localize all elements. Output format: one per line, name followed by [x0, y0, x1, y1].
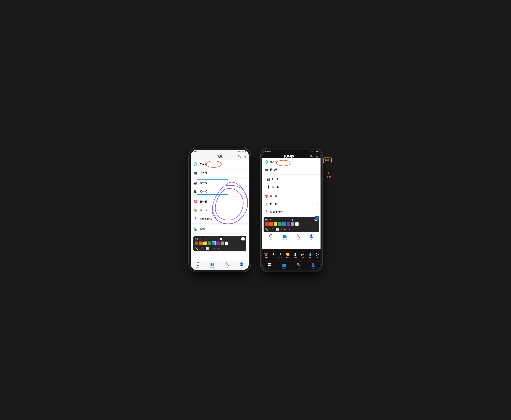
- menu-item-pengyouquan[interactable]: 🌐 朋友圈 ›: [191, 160, 249, 168]
- tool-watermark[interactable]: 💧 水印: [308, 252, 312, 259]
- overlay-nav-discover[interactable]: 🔍 发现: [296, 234, 300, 240]
- overlay-sousuo[interactable]: ✳️ 搜一搜 ›: [262, 200, 321, 208]
- tool-filter[interactable]: ◑ 滤镜: [294, 252, 297, 259]
- color-blue-right[interactable]: [282, 222, 286, 226]
- color-red-right[interactable]: [265, 222, 269, 226]
- overlay-kankan-icon: 🎯: [265, 195, 268, 198]
- me-icon-left: 👤: [239, 262, 244, 266]
- menu-item-shipinhao[interactable]: 📺 视频号 ›: [191, 168, 249, 177]
- overlay-shipinhao-icon: 📺: [265, 168, 268, 172]
- watermark-label: 水印: [309, 257, 312, 259]
- color-yellow-right[interactable]: [274, 222, 277, 226]
- color-orange[interactable]: [199, 241, 203, 245]
- status-bar-right: 0.05K/s 54% 21:18: [262, 150, 321, 153]
- overlay-wechat-icon: 💬: [269, 234, 273, 238]
- add-icon-left[interactable]: ⊕: [244, 155, 246, 158]
- color-gray[interactable]: [221, 241, 224, 245]
- add-icon-right[interactable]: ⊕: [316, 155, 318, 158]
- tool-row-right: ✏️ 🖊️ ⬜ ↩ ✕: [265, 227, 318, 231]
- overlay-nav-wechat[interactable]: 💬 微信: [269, 234, 273, 240]
- color-yellow[interactable]: [203, 241, 207, 245]
- bottom-nav-left: 💬 微信 👥 通讯录 🔍 发现 👤 我: [191, 261, 249, 270]
- overlay-sousuo-label: 搜一搜: [270, 202, 317, 206]
- search-icon-left[interactable]: 🔍: [238, 155, 241, 158]
- color-red1[interactable]: [195, 241, 198, 245]
- overlay-shake[interactable]: 📳 摇一摇: [264, 183, 319, 191]
- tool-audio[interactable]: ♪ 声音: [279, 252, 282, 259]
- status-bar-left: 0K/s 54% 21:19: [191, 150, 249, 153]
- export-button[interactable]: 导出: [323, 158, 332, 163]
- overlay-nav-contacts[interactable]: 👥 通讯录: [282, 234, 287, 240]
- menu-section-2: 📷 扫一扫 › 📳 摇一摇 ›: [191, 179, 249, 196]
- shape-tool-btn[interactable]: ⬜: [206, 247, 209, 250]
- overlay-shipinhao[interactable]: 📺 视频号 ›: [262, 166, 321, 174]
- overlay-shake-icon: 📳: [267, 185, 270, 189]
- color-blue[interactable]: [212, 241, 216, 245]
- nav-discover-right[interactable]: 🔍 发现: [291, 263, 306, 270]
- overlay-nav-me[interactable]: 👤 我: [309, 234, 313, 240]
- overlay-scan[interactable]: 📷 扫一扫: [264, 175, 319, 183]
- color-purple[interactable]: [216, 241, 220, 245]
- size-large[interactable]: [241, 237, 245, 240]
- shopping-label: 购物: [200, 227, 246, 231]
- color-white[interactable]: [225, 241, 228, 245]
- scan-arrow: ›: [246, 181, 246, 184]
- nav-discover-left[interactable]: 🔍 发现: [220, 262, 234, 269]
- color-green-right[interactable]: [278, 222, 282, 226]
- color-gray-right[interactable]: [291, 222, 294, 226]
- sticker-icon: 😊: [286, 252, 290, 256]
- tool-sticker[interactable]: 😊 贴纸: [286, 252, 290, 259]
- color-green[interactable]: [208, 241, 211, 245]
- color-purple-right[interactable]: [287, 222, 290, 226]
- tool-more[interactable]: ▷ 马: [316, 252, 319, 259]
- pen-tool-btn[interactable]: 🖊️: [200, 247, 203, 250]
- menu-item-shopping[interactable]: 🛍️ 购物 ›: [191, 225, 249, 233]
- export-label: 导出: [325, 159, 330, 161]
- pencil-tool-btn-right[interactable]: ✏️: [265, 228, 268, 231]
- audio-label: 声音: [279, 256, 282, 259]
- size-mid-right[interactable]: [292, 219, 293, 221]
- tool-text[interactable]: T 文字: [272, 252, 275, 259]
- menu-item-scan[interactable]: 📷 扫一扫 ›: [191, 179, 249, 187]
- shape-tool-btn-right[interactable]: ⬜: [276, 228, 279, 231]
- overlay-pengyouquan[interactable]: 🌐 朋友圈 ›: [262, 158, 321, 166]
- menu-item-sousuosou[interactable]: ✳️ 搜一搜 ›: [191, 206, 249, 215]
- nav-me-right[interactable]: 👤 我: [306, 263, 321, 270]
- search-icon-right[interactable]: 🔍: [310, 155, 314, 158]
- overlay-section-3: 🎯 看一看 › ✳️ 搜一搜 › 📍 直播和附近 ›: [262, 193, 321, 216]
- color-white-right[interactable]: [295, 222, 299, 226]
- overlay-nearby[interactable]: 📍 直播和附近 ›: [262, 208, 321, 216]
- undo-btn[interactable]: ↩: [213, 247, 216, 250]
- wechat-icon-right: 💬: [267, 263, 272, 267]
- menu-item-nearby[interactable]: 📍 直播和附近 ›: [191, 215, 249, 224]
- tool-effect[interactable]: ✨ 特效: [301, 252, 305, 259]
- pengyouquan-label: 朋友圈: [200, 162, 246, 166]
- overlay-kankan[interactable]: 🎯 看一看 ›: [262, 193, 321, 200]
- nav-contacts-left[interactable]: 👥 通讯录: [205, 262, 220, 269]
- close-tool-btn-right[interactable]: ✕: [288, 228, 290, 231]
- menu-item-kankankan[interactable]: 🎯 看一看 ›: [191, 197, 249, 206]
- sousuo-label: 搜一搜: [200, 209, 246, 212]
- size-small-right[interactable]: [270, 219, 271, 220]
- nav-wechat-left[interactable]: 💬 微信: [191, 262, 205, 269]
- tool-cut[interactable]: ✂️ 剪辑: [264, 252, 268, 259]
- save-area[interactable]: ↑ 保存: [327, 170, 331, 179]
- nav-me-left[interactable]: 👤 我: [234, 262, 249, 269]
- size-small[interactable]: [200, 238, 201, 239]
- size-selected[interactable]: [220, 238, 222, 240]
- undo-btn-right[interactable]: ↩: [284, 228, 286, 231]
- back-icon-right[interactable]: <: [265, 155, 267, 158]
- close-tool-btn[interactable]: ✕: [218, 247, 220, 250]
- nav-icons-left: 🔍 ⊕: [238, 155, 246, 158]
- sousuo-arrow: ›: [246, 209, 246, 212]
- pengyouquan-icon: 🌐: [193, 162, 198, 166]
- pencil-tool-btn[interactable]: ✏️: [195, 247, 198, 250]
- color-orange-right[interactable]: [270, 222, 273, 226]
- shopping-arrow: ›: [246, 228, 246, 230]
- menu-item-shake[interactable]: 📳 摇一摇 ›: [191, 187, 249, 196]
- overlay-contacts-icon: 👥: [283, 234, 287, 238]
- nav-wechat-right[interactable]: 💬 微信: [262, 263, 277, 270]
- camera-badge[interactable]: 📹: [315, 216, 319, 220]
- nav-contacts-right[interactable]: 👥 通讯录: [277, 263, 291, 270]
- pen-tool-btn-right[interactable]: 🖊️: [271, 228, 274, 231]
